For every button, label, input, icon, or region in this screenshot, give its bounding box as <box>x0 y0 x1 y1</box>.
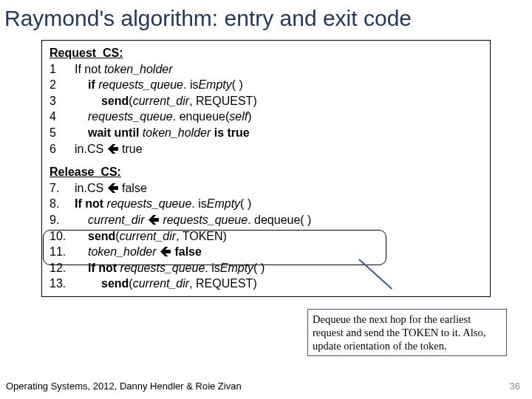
code-line: 1If not token_holder <box>50 61 482 78</box>
request-cs-header: Request_CS: <box>50 45 482 61</box>
request-cs-lines: 1If not token_holder2if requests_queue. … <box>50 61 482 157</box>
page-number: 36 <box>510 381 520 392</box>
code-line: 9.current_dir 🡸 requests_queue. dequeue(… <box>50 212 482 228</box>
code-line: 7.in.CS 🡸 false <box>50 180 482 197</box>
slide-title: Raymond's algorithm: entry and exit code <box>0 0 532 34</box>
code-line: 2if requests_queue. isEmpty( ) <box>50 77 482 93</box>
code-line: 6in.CS 🡸 true <box>50 141 482 157</box>
footer-text: Operating Systems, 2012, Danny Hendler &… <box>6 381 242 392</box>
code-line: 12.if not requests_queue. isEmpty( ) <box>50 260 482 276</box>
callout-box: Dequeue the next hop for the earliest re… <box>307 309 507 356</box>
code-line: 11.token_holder 🡸 false <box>50 244 482 260</box>
code-line: 13.send(current_dir, REQUEST) <box>50 276 482 292</box>
release-cs-header: Release_CS: <box>50 164 482 180</box>
code-line: 8.If not requests_queue. isEmpty( ) <box>50 196 482 212</box>
code-box: Request_CS: 1If not token_holder2if requ… <box>41 40 491 297</box>
code-line: 5wait until token_holder is true <box>50 125 482 141</box>
code-line: 10.send(current_dir, TOKEN) <box>50 228 482 245</box>
release-cs-lines: 7.in.CS 🡸 false8.If not requests_queue. … <box>50 180 482 292</box>
code-line: 4requests_queue. enqueue(self) <box>50 109 482 125</box>
code-line: 3send(current_dir, REQUEST) <box>50 93 482 109</box>
